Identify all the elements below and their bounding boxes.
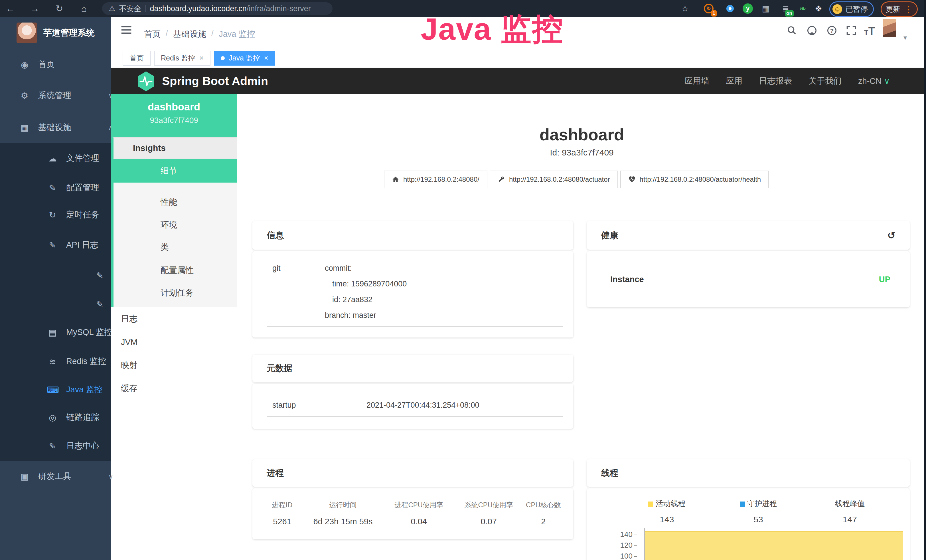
close-icon[interactable]: × [199, 54, 204, 62]
sba-nav-journal[interactable]: 日志报表 [759, 75, 792, 87]
process-table-header: 进程ID 运行时间 进程CPU使用率 系统CPU使用率 CPU核心数 [261, 500, 565, 510]
sba-nav-applications[interactable]: 应用 [726, 75, 742, 87]
sidebar-item-home[interactable]: ◉首页 [0, 51, 130, 77]
emoji-face-icon: ☺ [832, 4, 842, 14]
log-edit-icon: ✎ [94, 271, 106, 280]
app-logo [17, 23, 37, 43]
home-icon [392, 176, 399, 183]
leaf-extension-icon[interactable]: ❧ [797, 3, 808, 14]
font-size-icon[interactable]: TT [864, 25, 875, 37]
breadcrumb-infra[interactable]: 基础设施 [173, 29, 206, 40]
threads-card-header: 线程 [587, 459, 910, 487]
row-divider [267, 416, 563, 417]
y-extension-icon[interactable]: y [742, 3, 754, 14]
search-icon[interactable] [787, 25, 797, 38]
log-edit-icon: ✎ [94, 299, 106, 309]
url-host: dashboard.yudao.iocoder.cn [150, 4, 247, 13]
subnav-item-classes[interactable]: 类 [113, 236, 237, 259]
sba-language-select[interactable]: zh-CN ∨ [858, 76, 890, 86]
paused-label: 已暂停 [846, 4, 868, 14]
breadcrumb-home[interactable]: 首页 [144, 29, 160, 40]
history-icon[interactable]: ↺ [888, 230, 896, 241]
subnav-item-config-props[interactable]: 配置属性 [113, 259, 237, 282]
security-label: 不安全 [119, 4, 141, 14]
ytick-120: 120 [613, 541, 632, 550]
forward-icon[interactable]: → [29, 0, 41, 17]
sidebar-item-log-center[interactable]: ✎日志中心 [0, 433, 158, 459]
endpoint-health[interactable]: http://192.168.0.2:48080/actuator/health [620, 171, 769, 188]
sidebar-item-dev-tools[interactable]: ▣研发工具 ∨ [0, 463, 130, 489]
update-label: 更新 [885, 4, 900, 14]
app-title: 芋道管理系统 [43, 27, 95, 39]
legend-daemon-threads: 守护进程 [713, 499, 804, 509]
fullscreen-icon[interactable] [846, 25, 857, 38]
chrome-update-button[interactable]: 更新 ⋮ [881, 2, 918, 17]
puzzle-extensions-icon[interactable]: ❖ [813, 3, 824, 14]
github-icon[interactable] [806, 25, 817, 38]
sidebar-item-system[interactable]: ⚙系统管理 ∨ [0, 83, 130, 108]
avatar-caret-icon[interactable]: ▾ [903, 34, 907, 42]
log-edit-icon: ✎ [47, 240, 58, 250]
url-separator [145, 5, 146, 12]
kebab-menu-icon[interactable]: ⋮ [904, 4, 913, 14]
sba-brand[interactable]: Spring Boot Admin [162, 68, 268, 94]
bookmark-star-icon[interactable]: ☆ [679, 3, 691, 14]
subnav-item-metrics[interactable]: 性能 [113, 191, 237, 214]
sba-logo [136, 71, 156, 93]
sba-nav-about[interactable]: 关于我们 [808, 75, 841, 87]
cpu-cores: 2 [522, 517, 565, 526]
back-icon[interactable]: ← [4, 0, 17, 17]
paused-extension-pill[interactable]: ☺ 已暂停 [829, 2, 874, 17]
live-threads-value: 143 [621, 515, 713, 524]
ytick-100: 100 [613, 552, 632, 560]
close-icon[interactable]: × [264, 54, 268, 62]
instance-hero: dashboard 93a3fc7f7409 [111, 94, 237, 137]
grid-extension-icon[interactable]: ▦ [760, 3, 772, 14]
chevron-down-icon: ∨ [884, 76, 890, 86]
sidebar-item-infrastructure[interactable]: ▦基础设施 ∧ [0, 115, 130, 140]
url-path: /infra/admin-server [247, 4, 311, 13]
subnav-item-mappings[interactable]: 映射 [111, 353, 237, 377]
tab-java-monitor[interactable]: Java 监控× [214, 51, 275, 66]
eye-icon: ◎ [47, 413, 58, 422]
subnav-item-details[interactable]: 细节 [113, 159, 237, 183]
tab-redis-monitor[interactable]: Redis 监控× [154, 51, 210, 66]
subnav-item-scheduled[interactable]: 计划任务 [113, 281, 237, 305]
sba-nav-wallboard[interactable]: 应用墙 [684, 75, 709, 87]
info-line-commit: commit: [325, 264, 352, 273]
toolbox-icon: ▣ [19, 472, 30, 481]
instance-label: Instance [610, 275, 644, 284]
subnav-item-environment[interactable]: 环境 [113, 213, 237, 237]
threads-values: 143 53 147 [621, 515, 898, 524]
wrench-icon [498, 176, 505, 183]
threads-card-body: 活动线程 守护进程 线程峰值 143 53 147 140 120 100 [587, 488, 910, 560]
health-card-header: 健康 ↺ [587, 221, 910, 250]
process-cpu: 0.04 [383, 517, 455, 526]
endpoint-home[interactable]: http://192.168.0.2:48080/ [384, 171, 487, 188]
chevron-down-icon: ∨ [108, 472, 113, 481]
database-icon: ▤ [47, 327, 58, 338]
extension-update-icon[interactable]: ↻ 1 [703, 3, 714, 14]
subnav-item-caches[interactable]: 缓存 [111, 377, 237, 401]
sidebar-toggle-icon[interactable] [121, 24, 132, 36]
stack-extension-icon[interactable]: ≣ on [780, 3, 791, 14]
reload-icon[interactable]: ↻ [53, 0, 66, 17]
svg-text:?: ? [830, 27, 834, 34]
extension-badge: 1 [711, 10, 717, 17]
annotation-text: Java 监控 [421, 9, 563, 50]
breadcrumb-separator: / [166, 29, 168, 40]
map-pin-icon[interactable] [724, 3, 736, 14]
subnav-item-logs[interactable]: 日志 [111, 307, 237, 331]
address-bar[interactable]: ⚠ 不安全 dashboard.yudao.iocoder.cn/infra/a… [102, 2, 333, 15]
process-id: 5261 [261, 517, 303, 526]
health-card-body: Instance UP [587, 251, 910, 307]
help-icon[interactable]: ? [826, 25, 837, 38]
sidebar-item-trace[interactable]: ◎链路追踪 [0, 404, 158, 430]
app-logo-row[interactable]: 芋道管理系统 [0, 20, 111, 45]
home-icon[interactable]: ⌂ [77, 0, 90, 17]
subnav-item-jvm[interactable]: JVM [111, 330, 237, 354]
cloud-icon: ☁ [47, 153, 58, 163]
warning-icon: ⚠ [109, 5, 115, 12]
user-avatar[interactable] [883, 19, 896, 37]
endpoint-actuator[interactable]: http://192.168.0.2:48080/actuator [490, 171, 618, 188]
